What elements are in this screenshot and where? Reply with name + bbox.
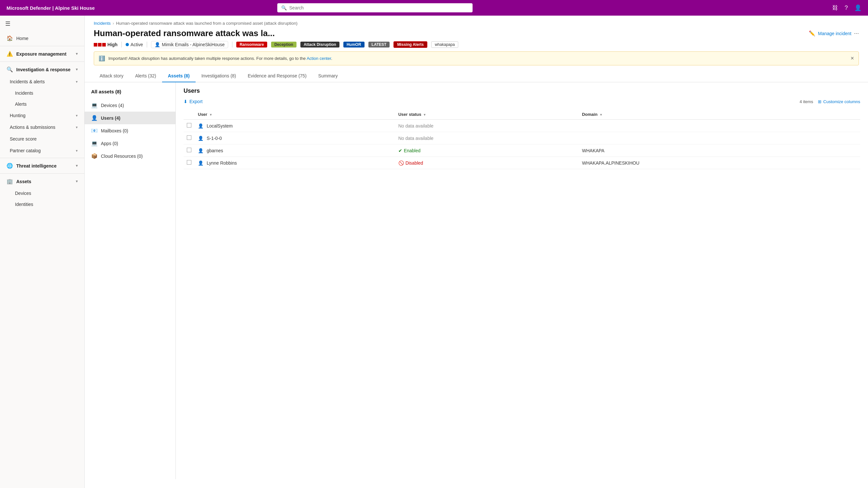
sidebar-item-assets[interactable]: 🏢 Assets ▾ (0, 175, 84, 188)
export-label: Export (189, 99, 203, 104)
tag-ransomware[interactable]: Ransomware (236, 42, 267, 47)
sidebar-item-exposure[interactable]: ⚠️ Exposure management ▾ (0, 47, 84, 60)
row2-domain (579, 132, 860, 144)
tab-attack-story[interactable]: Attack story (94, 70, 129, 82)
more-options-icon[interactable]: ··· (854, 30, 859, 37)
users-panel: Users ⬇ Export 4 items ⊞ Customize colum… (176, 82, 868, 479)
manage-incident-button[interactable]: Manage incident (818, 31, 851, 36)
row1-user[interactable]: 👤 LocalSystem (195, 120, 395, 132)
sidebar-item-home-label: Home (16, 36, 28, 41)
close-icon[interactable]: × (850, 55, 854, 62)
row3-status-label: ✔ Enabled (398, 148, 576, 153)
row1-status-label: No data available (398, 123, 434, 129)
tab-investigations[interactable]: Investigations (8) (195, 70, 242, 82)
status-dot (126, 43, 129, 46)
sidebar-item-secure-score[interactable]: Secure score (0, 133, 84, 145)
th-checkbox (184, 109, 195, 120)
sidebar-item-home[interactable]: 🏠 Home (0, 32, 84, 44)
tag-deception[interactable]: Deception (271, 42, 297, 47)
status-active: Active (126, 42, 143, 47)
tabs: Attack story Alerts (32) Assets (8) Inve… (85, 70, 868, 82)
tag-humor[interactable]: HumOR (343, 42, 365, 47)
sev-box-1 (94, 43, 97, 46)
sidebar-item-partner-catalog[interactable]: Partner catalog ▾ (0, 145, 84, 157)
breadcrumb-current: Human-operated ransomware attack was lau… (116, 21, 298, 26)
sidebar-divider-4 (0, 173, 84, 174)
asset-item-apps[interactable]: 💻 Apps (0) (85, 137, 176, 150)
tab-alerts[interactable]: Alerts (32) (129, 70, 162, 82)
hamburger-menu[interactable]: ☰ (0, 15, 84, 32)
row2-checkbox[interactable] (184, 132, 195, 144)
threat-intel-icon: 🌐 (6, 163, 13, 169)
user-icon[interactable]: 👤 (854, 4, 862, 11)
sidebar-item-alerts[interactable]: Alerts (0, 99, 84, 110)
table-header-row: User ▾ User status ▾ Domain ▾ (184, 109, 860, 120)
row3-domain: WHAKAPA (579, 144, 860, 157)
sidebar-item-secure-score-label: Secure score (10, 136, 36, 141)
breadcrumb: Incidents › Human-operated ransomware at… (85, 15, 868, 28)
row2-user[interactable]: 👤 S-1-0-0 (195, 132, 395, 144)
users-panel-title: Users (184, 88, 860, 94)
user-status-column-label: User status (398, 112, 422, 117)
breadcrumb-incidents[interactable]: Incidents (94, 21, 111, 26)
tab-evidence-response[interactable]: Evidence and Response (75) (242, 70, 312, 82)
chevron-down-icon-6: ▾ (76, 149, 78, 153)
search-bar[interactable]: 🔍 (277, 3, 472, 12)
search-icon: 🔍 (281, 5, 287, 10)
user-badge: 👤 Mimik Emails - AlpineSkiHouse (151, 41, 228, 48)
asset-item-devices[interactable]: 💻 Devices (4) (85, 99, 176, 111)
share-icon[interactable]: ⛓ (832, 5, 838, 11)
tab-assets[interactable]: Assets (8) (162, 70, 195, 82)
sidebar-item-threat-intel[interactable]: 🌐 Threat intelligence ▾ (0, 159, 84, 172)
tag-latest[interactable]: LATEST (368, 42, 390, 47)
asset-item-mailboxes[interactable]: 📧 Mailboxes (0) (85, 124, 176, 137)
sidebar-item-investigation[interactable]: 🔍 Investigation & response ▾ (0, 63, 84, 76)
row3-user[interactable]: 👤 gbarnes (195, 144, 395, 157)
row4-user[interactable]: 👤 Lynne Robbins (195, 157, 395, 169)
tag-disruption[interactable]: Attack Disruption (301, 42, 339, 47)
th-user-status[interactable]: User status ▾ (395, 109, 579, 120)
status-sep-3 (232, 42, 232, 47)
user-badge-icon: 👤 (155, 42, 160, 47)
search-input[interactable] (289, 5, 469, 10)
sidebar-item-investigation-label: Investigation & response (16, 67, 70, 72)
severity-indicator: High (94, 42, 118, 47)
exposure-icon: ⚠️ (6, 51, 13, 57)
export-button[interactable]: ⬇ Export (184, 99, 203, 104)
row3-checkbox[interactable] (184, 144, 195, 157)
sidebar-item-actions[interactable]: Actions & submissions ▾ (0, 121, 84, 133)
sidebar-item-hunting[interactable]: Hunting ▾ (0, 110, 84, 121)
row2-status: No data available (395, 132, 579, 144)
asset-item-cloud-label: Cloud Resources (0) (101, 154, 143, 159)
sidebar-item-incidents-alerts-label: Incidents & alerts (10, 79, 44, 84)
th-user[interactable]: User ▾ (195, 109, 395, 120)
action-center-link[interactable]: Action center (307, 56, 331, 61)
table-row: 👤 Lynne Robbins 🚫 Disabled WHAKAPA.ALPIN… (184, 157, 860, 169)
sidebar-item-identities[interactable]: Identities (0, 199, 84, 210)
sidebar-item-devices[interactable]: Devices (0, 188, 84, 199)
row4-checkbox[interactable] (184, 157, 195, 169)
alert-banner-text: Important! Attack disruption has automat… (108, 56, 332, 61)
tag-whakapapa[interactable]: whakapapa (431, 41, 458, 48)
columns-icon: ⊞ (818, 99, 822, 104)
th-domain[interactable]: Domain ▾ (579, 109, 860, 120)
row1-checkbox[interactable] (184, 120, 195, 132)
tag-missing-alerts[interactable]: Missing Alerts (394, 41, 427, 48)
chevron-down-icon-7: ▾ (76, 164, 78, 168)
asset-item-cloud[interactable]: 📦 Cloud Resources (0) (85, 150, 176, 162)
sidebar-item-incidents[interactable]: Incidents (0, 88, 84, 99)
sev-box-2 (98, 43, 101, 46)
tab-summary[interactable]: Summary (312, 70, 344, 82)
alert-banner-main-text: Important! Attack disruption has automat… (108, 56, 306, 61)
row3-user-name: gbarnes (207, 148, 223, 153)
user-badge-label: Mimik Emails - AlpineSkiHouse (162, 42, 224, 47)
domain-column-label: Domain (582, 112, 597, 117)
users-icon: 👤 (91, 115, 98, 121)
customize-columns-button[interactable]: ⊞ Customize columns (818, 99, 860, 104)
row4-user-name: Lynne Robbins (207, 160, 237, 166)
help-icon[interactable]: ? (844, 5, 848, 11)
breadcrumb-separator: › (113, 21, 114, 26)
asset-item-users[interactable]: 👤 Users (4) (85, 111, 176, 124)
user-row-icon: 👤 (198, 123, 204, 129)
sidebar-item-incidents-alerts[interactable]: Incidents & alerts ▾ (0, 76, 84, 88)
